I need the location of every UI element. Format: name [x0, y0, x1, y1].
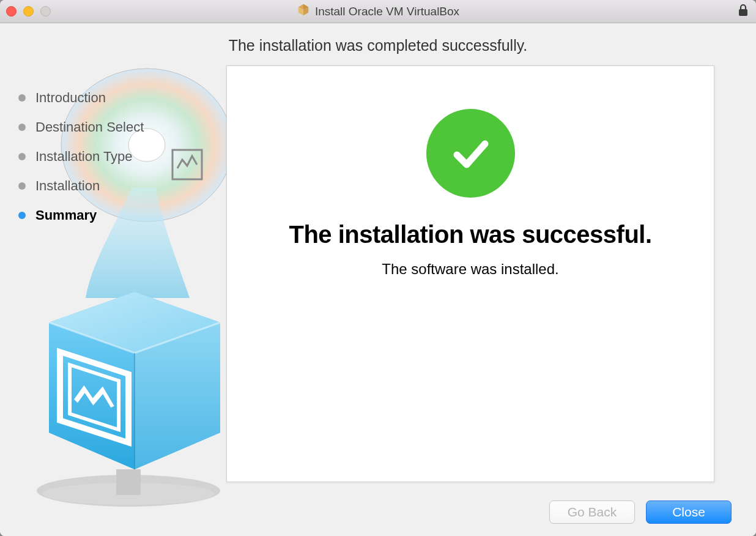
- content-row: Introduction Destination Select Installa…: [0, 65, 756, 488]
- package-icon: [297, 3, 310, 20]
- installer-window: Install Oracle VM VirtualBox The install…: [0, 0, 756, 536]
- step-label: Installation: [35, 178, 100, 194]
- step-dot-icon: [18, 94, 26, 102]
- footer: Go Back Close: [0, 488, 756, 536]
- go-back-button: Go Back: [549, 501, 635, 524]
- window-close-button[interactable]: [6, 6, 17, 17]
- success-heading: The installation was successful.: [289, 221, 651, 248]
- window-title: Install Oracle VM VirtualBox: [0, 3, 756, 20]
- summary-panel: The installation was successful. The sof…: [226, 65, 714, 482]
- svg-rect-0: [739, 9, 747, 16]
- step-dot-icon: [18, 182, 26, 190]
- step-label: Introduction: [35, 90, 106, 106]
- banner-text: The installation was completed successfu…: [0, 23, 756, 65]
- window-title-text: Install Oracle VM VirtualBox: [315, 5, 459, 18]
- step-summary: Summary: [18, 207, 226, 223]
- step-dot-icon: [18, 153, 26, 160]
- window-minimize-button[interactable]: [23, 6, 34, 17]
- step-label: Summary: [35, 207, 97, 223]
- step-dot-icon: [18, 124, 26, 131]
- success-check-icon: [426, 109, 515, 198]
- step-installation: Installation: [18, 178, 226, 194]
- step-label: Destination Select: [35, 119, 144, 135]
- installer-steps-sidebar: Introduction Destination Select Installa…: [0, 65, 226, 488]
- step-label: Installation Type: [35, 149, 133, 165]
- window-body: The installation was completed successfu…: [0, 23, 756, 536]
- titlebar[interactable]: Install Oracle VM VirtualBox: [0, 0, 756, 23]
- step-introduction: Introduction: [18, 90, 226, 106]
- step-installation-type: Installation Type: [18, 149, 226, 165]
- lock-icon: [738, 4, 749, 20]
- step-dot-icon: [18, 212, 26, 219]
- step-destination-select: Destination Select: [18, 119, 226, 135]
- close-button[interactable]: Close: [646, 501, 732, 524]
- traffic-lights: [6, 6, 51, 17]
- success-subtext: The software was installed.: [382, 261, 558, 278]
- window-zoom-button-disabled: [40, 6, 51, 17]
